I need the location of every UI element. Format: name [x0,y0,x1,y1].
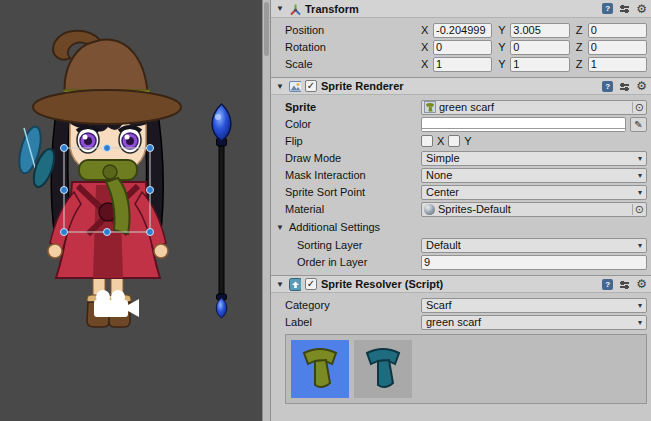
draw-mode-label: Draw Mode [285,152,421,164]
sprite-renderer-title: Sprite Renderer [321,80,404,92]
sprite-thumbnail-icon [424,101,436,113]
dropdown-arrow-icon: ▾ [638,188,642,197]
flip-label: Flip [285,135,421,147]
preset-icon[interactable] [619,3,630,14]
position-y-field[interactable] [510,23,569,38]
axis-y-label: Y [498,41,508,53]
category-row: Category Scarf ▾ [285,297,647,313]
draw-mode-row: Draw Mode Simple ▾ [285,150,647,166]
label-dropdown[interactable]: green scarf ▾ [421,315,647,330]
check-icon: ✓ [307,279,315,289]
mask-interaction-label: Mask Interaction [285,169,421,181]
sprite-sort-point-row: Sprite Sort Point Center ▾ [285,184,647,200]
additional-settings-foldout[interactable]: ▼ Additional Settings [275,219,647,235]
axis-z-label: Z [576,41,586,53]
transform-title: Transform [305,3,359,15]
position-x-field[interactable] [433,23,492,38]
transform-icon [289,3,301,15]
mask-interaction-value: None [426,169,634,181]
inspector-scrollbar[interactable] [262,0,271,421]
sprite-row: Sprite green scarf ⊙ [285,99,647,115]
axis-y-label: Y [498,24,508,36]
draw-mode-value: Simple [426,152,634,164]
material-object-field[interactable]: Sprites-Default ⊙ [421,202,647,217]
position-label: Position [285,24,421,36]
gear-icon[interactable]: ⚙ [636,3,647,15]
flip-x-label: X [437,135,444,147]
scale-x-field[interactable] [433,57,492,72]
category-label: Category [285,299,421,311]
sprite-label: Sprite [285,101,421,113]
sprite-sort-point-dropdown[interactable]: Center ▾ [421,185,647,200]
sprite-sort-point-value: Center [426,186,634,198]
sorting-layer-row: Sorting Layer Default ▾ [297,237,647,253]
scene-canvas [0,0,262,421]
order-in-layer-field[interactable] [421,255,647,270]
order-in-layer-label: Order in Layer [297,256,421,268]
foldout-icon[interactable]: ▼ [275,223,285,232]
scale-z-field[interactable] [588,57,647,72]
position-row: Position X Y Z [285,22,647,38]
thumbnail-teal-scarf[interactable] [354,340,412,398]
draw-mode-dropdown[interactable]: Simple ▾ [421,151,647,166]
category-dropdown[interactable]: Scarf ▾ [421,298,647,313]
staff-sprite[interactable] [212,104,231,318]
scale-y-field[interactable] [510,57,569,72]
inspector-panel: ▼ Transform ? ⚙ Position X Y Z [271,0,651,421]
color-swatch[interactable] [421,117,626,132]
thumbnail-green-scarf[interactable] [291,340,349,398]
object-picker-icon[interactable]: ⊙ [632,102,644,113]
axis-x-label: X [421,58,431,70]
preset-icon[interactable] [619,279,630,290]
rotation-x-field[interactable] [433,40,492,55]
dropdown-arrow-icon: ▾ [638,301,642,310]
flip-y-label: Y [464,135,471,147]
scene-view[interactable] [0,0,262,421]
flip-y-checkbox[interactable] [448,135,460,147]
sprite-renderer-header[interactable]: ▼ ✓ Sprite Renderer ? ⚙ [271,77,651,95]
gear-icon[interactable]: ⚙ [636,80,647,92]
dropdown-arrow-icon: ▾ [638,318,642,327]
axis-z-label: Z [576,58,586,70]
sprite-object-field[interactable]: green scarf ⊙ [421,100,647,115]
object-picker-icon[interactable]: ⊙ [632,204,644,215]
sprite-renderer-enabled-checkbox[interactable]: ✓ [305,80,317,92]
foldout-icon[interactable]: ▼ [275,280,285,289]
rotation-z-field[interactable] [588,40,647,55]
foldout-icon[interactable]: ▼ [275,82,285,91]
sprite-object-name: green scarf [439,101,629,113]
sprite-resolver-body: Category Scarf ▾ Label green scarf ▾ [271,293,651,412]
flip-x-checkbox[interactable] [421,135,433,147]
sorting-layer-value: Default [426,239,634,251]
sprite-resolver-header[interactable]: ▼ ✓ Sprite Resolver (Script) ? ⚙ [271,275,651,293]
color-row: Color ✎ [285,116,647,132]
character-sprite[interactable] [15,31,181,327]
sprite-resolver-title: Sprite Resolver (Script) [321,278,443,290]
additional-settings-title: Additional Settings [289,221,380,233]
material-object-name: Sprites-Default [438,203,629,215]
help-icon[interactable]: ? [602,3,613,14]
gear-icon[interactable]: ⚙ [636,278,647,290]
sprite-renderer-icon [289,80,301,92]
eyedropper-icon[interactable]: ✎ [630,117,647,132]
transform-header[interactable]: ▼ Transform ? ⚙ [271,0,651,18]
dropdown-arrow-icon: ▾ [638,171,642,180]
label-label: Label [285,316,421,328]
help-icon[interactable]: ? [602,81,613,92]
sprite-resolver-enabled-checkbox[interactable]: ✓ [305,278,317,290]
sprite-resolver-icon [289,278,301,290]
sprite-sort-point-label: Sprite Sort Point [285,186,421,198]
scrollbar-thumb[interactable] [264,2,269,56]
help-icon[interactable]: ? [602,279,613,290]
axis-y-label: Y [498,58,508,70]
foldout-icon[interactable]: ▼ [275,4,285,13]
mask-interaction-dropdown[interactable]: None ▾ [421,168,647,183]
position-z-field[interactable] [588,23,647,38]
order-in-layer-row: Order in Layer [297,254,647,270]
rotation-label: Rotation [285,41,421,53]
label-value: green scarf [426,316,634,328]
preset-icon[interactable] [619,81,630,92]
rotation-y-field[interactable] [510,40,569,55]
axis-x-label: X [421,24,431,36]
sorting-layer-dropdown[interactable]: Default ▾ [421,238,647,253]
